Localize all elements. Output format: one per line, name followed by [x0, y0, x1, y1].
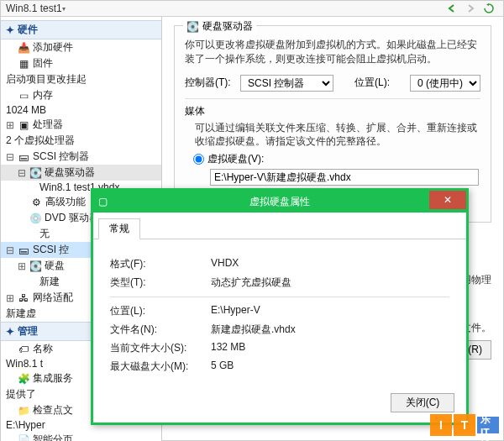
media-description: 可以通过编辑关联文件来压缩、转换、扩展、合并、重新连接或收缩虚拟硬盘。请指定该文…	[195, 121, 480, 150]
gear-icon: ⚙	[29, 196, 43, 209]
watermark-logo-i: I	[430, 414, 452, 436]
controller-label: 控制器(T):	[185, 76, 235, 90]
location-select[interactable]: 0 (使用中)	[410, 75, 480, 92]
close-icon[interactable]: ✕	[429, 191, 466, 209]
vhd-radio-label: 虚拟硬盘(V):	[207, 152, 264, 166]
controller-select[interactable]: SCSI 控制器	[240, 75, 333, 92]
group-title: 💽硬盘驱动器	[183, 19, 256, 34]
window-title: Win8.1 test1	[6, 3, 62, 14]
location-label: 位置(L):	[354, 76, 405, 90]
paging-node[interactable]: 📄智能分页	[1, 432, 161, 441]
folder-icon: 📁	[17, 404, 30, 417]
firmware-sub: 启动项目更改挂起	[1, 71, 161, 87]
network-icon: 🖧	[17, 291, 30, 305]
refresh-icon[interactable]	[480, 1, 497, 16]
dialog-body: 格式(F):VHDX 类型(T):动态扩充虚拟硬盘 位置(L):E:\Hyper…	[93, 239, 466, 386]
controller-icon: 🖴	[17, 150, 30, 164]
tab-strip: 常规	[93, 213, 466, 239]
filename-key: 文件名(N):	[110, 323, 211, 337]
maxsize-key: 最大磁盘大小(M):	[110, 360, 211, 374]
star-icon: ✦	[6, 24, 14, 36]
location-value: E:\Hyper-V	[211, 304, 260, 318]
properties-dialog: ▢ 虚拟硬盘属性 ✕ 常规 格式(F):VHDX 类型(T):动态扩充虚拟硬盘 …	[91, 188, 469, 425]
services-icon: 🧩	[17, 372, 30, 386]
filename-value: 新建虚拟硬盘.vhdx	[211, 323, 296, 337]
group-description: 你可以更改将虚拟硬盘附加到虚拟机的方式。如果此磁盘上已经安装了一个操作系统，则更…	[185, 38, 480, 66]
cpu-sub: 2 个虚拟处理器	[1, 133, 161, 149]
page-icon: 📄	[17, 433, 30, 442]
memory-icon: ▭	[17, 89, 30, 102]
disk-icon: 💽	[29, 166, 42, 180]
dialog-close-button[interactable]: 关闭(C)	[391, 393, 454, 412]
firmware-node[interactable]: ▦固件	[1, 55, 161, 71]
nav-fwd-icon[interactable]	[462, 1, 479, 16]
chip-icon: ▦	[17, 57, 30, 71]
watermark-logo-t: T	[454, 414, 475, 436]
cursize-value: 132 MB	[211, 341, 245, 355]
disk-icon: 💽	[186, 21, 199, 33]
watermark-text: 逍遥乐IT博客	[477, 417, 499, 433]
memory-node[interactable]: ▭内存	[1, 87, 161, 103]
vhd-radio-row[interactable]: 虚拟硬盘(V):	[193, 152, 480, 166]
dialog-title: 虚拟硬盘属性	[249, 195, 310, 209]
add-icon: 📥	[17, 41, 30, 55]
add-hardware-node[interactable]: 📥添加硬件	[1, 39, 161, 55]
cursize-key: 当前文件大小(S):	[110, 341, 211, 355]
memory-sub: 1024 MB	[1, 103, 161, 117]
toolbar: Win8.1 test1 ▾	[1, 1, 503, 17]
hdd-node[interactable]: ⊟💽硬盘驱动器	[1, 165, 161, 181]
vhd-path-input[interactable]	[210, 169, 479, 186]
cpu-node[interactable]: ⊞▣处理器	[1, 117, 161, 133]
cpu-icon: ▣	[17, 118, 30, 132]
type-value: 动态扩充虚拟硬盘	[211, 276, 291, 290]
title-dropdown-icon[interactable]: ▾	[62, 5, 69, 13]
maxsize-value: 5 GB	[211, 360, 234, 374]
dialog-titlebar[interactable]: ▢ 虚拟硬盘属性 ✕	[93, 191, 466, 213]
watermark: I T 逍遥乐IT博客	[430, 414, 499, 436]
expand-icon[interactable]: ⊞	[6, 119, 14, 131]
hardware-section-header: ✦硬件	[1, 20, 161, 39]
format-key: 格式(F):	[110, 257, 211, 271]
location-key: 位置(L):	[110, 304, 211, 318]
tab-general[interactable]: 常规	[98, 218, 140, 239]
star-icon: ✦	[6, 326, 14, 338]
controller-icon: 🖴	[17, 244, 30, 257]
vhd-radio[interactable]	[193, 154, 204, 165]
format-value: VHDX	[211, 257, 239, 271]
media-label: 媒体	[185, 104, 480, 118]
dvd-icon: 💿	[29, 212, 42, 225]
app-icon: ▢	[98, 196, 108, 207]
disk-icon: 💽	[29, 260, 42, 273]
tag-icon: 🏷	[17, 343, 30, 356]
nav-back-icon[interactable]	[444, 1, 460, 16]
scsi-node[interactable]: ⊟🖴SCSI 控制器	[1, 149, 161, 165]
type-key: 类型(T):	[110, 276, 211, 290]
collapse-icon[interactable]: ⊟	[6, 151, 14, 163]
